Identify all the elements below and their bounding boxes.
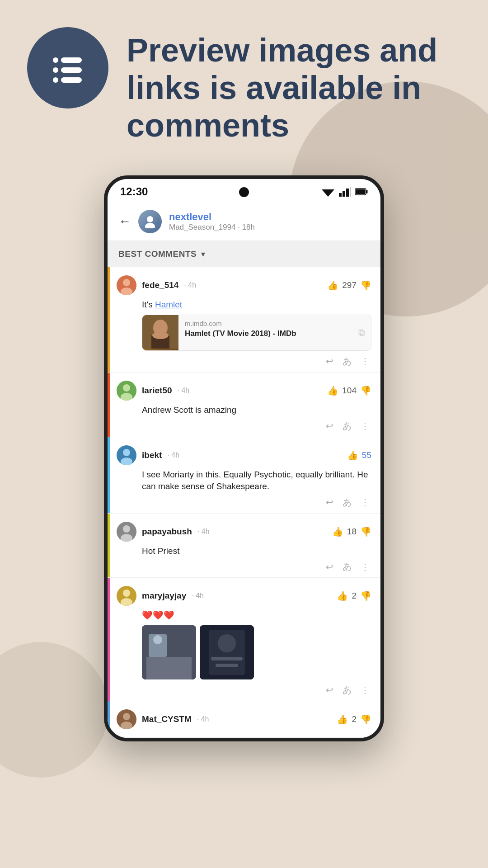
svg-rect-8	[343, 191, 345, 197]
comment-bar-5	[108, 578, 110, 701]
comment-user-row-6: Mat_CYSTM · 4h	[117, 709, 209, 729]
filter-arrow: ▾	[201, 249, 205, 259]
status-icons	[322, 187, 368, 197]
comment-header-6: Mat_CYSTM · 4h 👍 2 👎	[117, 709, 371, 729]
vote-count-3: 55	[362, 450, 371, 460]
time-ibekt: · 4h	[167, 451, 179, 459]
more-icon-4[interactable]: ⋮	[361, 561, 370, 572]
vote-count-5: 2	[352, 591, 357, 601]
reply-icon-2[interactable]: ↩	[326, 420, 333, 431]
vote-row-6: 👍 2 👎	[337, 714, 371, 725]
upvote-icon-4[interactable]: 👍	[332, 526, 343, 537]
vote-row-1: 👍 297 👎	[327, 280, 371, 291]
downvote-icon-6[interactable]: 👎	[360, 714, 371, 725]
back-button[interactable]: ←	[118, 214, 131, 229]
comment-actions-3: ↩ あ ⋮	[117, 496, 371, 509]
svg-rect-43	[216, 664, 238, 667]
translate-icon-2[interactable]: あ	[343, 420, 352, 432]
vote-count-4: 18	[347, 527, 357, 537]
time-fede514: · 4h	[184, 281, 196, 289]
more-icon-5[interactable]: ⋮	[361, 684, 370, 695]
translate-icon-5[interactable]: あ	[343, 684, 352, 696]
username-ibekt: ibekt	[142, 450, 162, 460]
more-icon-1[interactable]: ⋮	[361, 356, 370, 367]
svg-rect-9	[346, 189, 349, 197]
downvote-icon-4[interactable]: 👎	[360, 526, 371, 537]
comment-body-4: Hot Priest	[117, 545, 371, 557]
svg-point-14	[147, 216, 153, 222]
svg-point-0	[53, 57, 58, 63]
vote-row-3: 👍 55	[347, 450, 371, 461]
svg-rect-42	[211, 657, 243, 660]
time-mat-cystm: · 4h	[197, 715, 209, 723]
link-preview-external-1[interactable]: ⧉	[352, 315, 371, 350]
svg-rect-10	[350, 187, 351, 197]
svg-rect-13	[356, 189, 366, 194]
signal-icon	[339, 187, 351, 197]
downvote-icon-2[interactable]: 👎	[360, 385, 371, 396]
upvote-icon-3[interactable]: 👍	[347, 450, 358, 461]
reply-icon-5[interactable]: ↩	[326, 684, 333, 695]
svg-rect-1	[61, 57, 82, 63]
downvote-icon-1[interactable]: 👎	[360, 280, 371, 291]
avatar-maryjayjay	[117, 586, 136, 606]
phone-mockup: 12:30 ←	[104, 175, 384, 741]
svg-rect-38	[146, 657, 192, 679]
upvote-icon-6[interactable]: 👍	[337, 714, 348, 725]
image-grid-5	[117, 625, 371, 679]
image-thumb-2[interactable]	[200, 625, 254, 679]
svg-rect-3	[61, 67, 82, 73]
upvote-icon-2[interactable]: 👍	[327, 385, 338, 396]
svg-rect-5	[61, 77, 82, 83]
filter-bar[interactable]: BEST COMMENTS ▾	[108, 241, 380, 267]
svg-point-27	[123, 449, 130, 456]
downvote-icon-5[interactable]: 👎	[360, 590, 371, 601]
comment-user-row-5: maryjayjay · 4h	[117, 586, 204, 606]
upvote-icon-5[interactable]: 👍	[337, 590, 348, 601]
vote-row-5: 👍 2 👎	[337, 590, 371, 601]
camera-dot	[239, 187, 249, 197]
username-papayabush: papayabush	[142, 527, 192, 537]
translate-icon-3[interactable]: あ	[343, 496, 352, 509]
comment-header-5: maryjayjay · 4h 👍 2 👎	[117, 586, 371, 606]
comment-header-2: lariet50 · 4h 👍 104 👎	[117, 381, 371, 401]
more-icon-3[interactable]: ⋮	[361, 497, 370, 508]
svg-rect-7	[339, 193, 342, 197]
vote-row-2: 👍 104 👎	[327, 385, 371, 396]
avatar-mat-cystm	[117, 709, 136, 729]
comment-actions-1: ↩ あ ⋮	[117, 355, 371, 368]
comment-bar-3	[108, 437, 110, 513]
username-maryjayjay: maryjayjay	[142, 591, 186, 601]
image-thumb-1[interactable]	[142, 625, 196, 679]
vote-count-1: 297	[342, 280, 357, 290]
reply-icon-3[interactable]: ↩	[326, 497, 333, 508]
link-preview-info-1: m.imdb.com Hamlet (TV Movie 2018) - IMDb	[178, 315, 352, 350]
header-info: nextlevel Mad_Season_1994 · 18h	[169, 211, 370, 232]
link-preview-1[interactable]: m.imdb.com Hamlet (TV Movie 2018) - IMDb…	[142, 315, 371, 351]
header-avatar	[138, 210, 162, 233]
battery-icon	[355, 188, 368, 195]
reply-icon-4[interactable]: ↩	[326, 561, 333, 572]
hamlet-link[interactable]: Hamlet	[155, 300, 182, 309]
translate-icon-1[interactable]: あ	[343, 355, 352, 368]
svg-point-2	[53, 67, 58, 73]
svg-marker-6	[322, 189, 334, 197]
svg-point-22	[152, 332, 169, 339]
comment-actions-4: ↩ あ ⋮	[117, 561, 371, 573]
comment-header-4: papayabush · 4h 👍 18 👎	[117, 522, 371, 542]
comment-bar-6	[108, 701, 110, 737]
time-papayabush: · 4h	[197, 528, 210, 536]
more-icon-2[interactable]: ⋮	[361, 420, 370, 431]
link-preview-domain-1: m.imdb.com	[185, 320, 346, 327]
comment-actions-2: ↩ あ ⋮	[117, 420, 371, 432]
upvote-icon-1[interactable]: 👍	[327, 280, 338, 291]
vote-count-6: 2	[352, 714, 357, 724]
svg-rect-12	[366, 190, 368, 193]
svg-point-30	[123, 525, 130, 533]
comment-mat-cystm: Mat_CYSTM · 4h 👍 2 👎	[108, 701, 380, 738]
comment-actions-5: ↩ あ ⋮	[117, 684, 371, 696]
reply-icon-1[interactable]: ↩	[326, 356, 333, 367]
translate-icon-4[interactable]: あ	[343, 561, 352, 573]
hero-text: Preview images and links is available in…	[127, 27, 461, 144]
comment-user-row-4: papayabush · 4h	[117, 522, 210, 542]
